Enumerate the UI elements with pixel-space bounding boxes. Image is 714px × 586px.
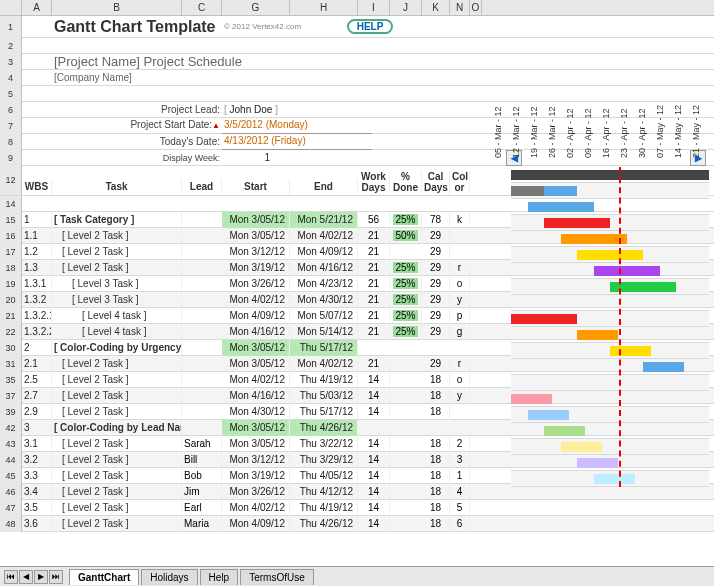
start-cell[interactable]: Mon 3/26/12 xyxy=(222,484,290,500)
wbs-cell[interactable]: 3.2 xyxy=(22,452,52,468)
wbs-cell[interactable]: 2.9 xyxy=(22,404,52,420)
task-name-cell[interactable]: [ Level 2 Task ] xyxy=(52,500,182,516)
col-H[interactable]: H xyxy=(290,0,358,15)
wbs-cell[interactable]: 3.4 xyxy=(22,484,52,500)
end-cell[interactable]: Thu 5/17/12 xyxy=(290,404,358,420)
workdays-cell[interactable]: 14 xyxy=(358,436,390,452)
end-cell[interactable]: Thu 5/17/12 xyxy=(290,340,358,356)
color-cell[interactable]: 5 xyxy=(450,500,470,516)
color-cell[interactable]: r xyxy=(450,260,470,276)
start-cell[interactable]: Mon 3/12/12 xyxy=(222,452,290,468)
task-name-cell[interactable]: [ Level 2 Task ] xyxy=(52,228,182,244)
caldays-cell[interactable]: 18 xyxy=(422,484,450,500)
col-N[interactable]: N xyxy=(450,0,470,15)
pctdone-cell[interactable]: 25% xyxy=(390,276,422,292)
caldays-cell[interactable]: 29 xyxy=(422,308,450,324)
task-name-cell[interactable]: [ Level 2 Task ] xyxy=(52,436,182,452)
task-name-cell[interactable]: [ Level 4 task ] xyxy=(52,308,182,324)
start-cell[interactable]: Mon 3/05/12 xyxy=(222,436,290,452)
task-name-cell[interactable]: [ Level 2 Task ] xyxy=(52,372,182,388)
workdays-cell[interactable]: 14 xyxy=(358,468,390,484)
sheet-nav-next[interactable]: ▶ xyxy=(34,570,48,584)
end-cell[interactable]: Mon 4/16/12 xyxy=(290,260,358,276)
end-cell[interactable]: Thu 4/19/12 xyxy=(290,500,358,516)
workdays-cell[interactable]: 21 xyxy=(358,228,390,244)
wbs-cell[interactable]: 3.1 xyxy=(22,436,52,452)
end-cell[interactable]: Thu 3/29/12 xyxy=(290,452,358,468)
pctdone-cell[interactable]: 25% xyxy=(390,260,422,276)
task-name-cell[interactable]: [ Level 2 Task ] xyxy=(52,484,182,500)
wbs-cell[interactable]: 2 xyxy=(22,340,52,356)
wbs-cell[interactable]: 3.5 xyxy=(22,500,52,516)
task-name-cell[interactable]: [ Level 2 Task ] xyxy=(52,244,182,260)
workdays-cell[interactable]: 14 xyxy=(358,452,390,468)
start-cell[interactable]: Mon 4/02/12 xyxy=(222,500,290,516)
start-cell[interactable]: Mon 3/05/12 xyxy=(222,420,290,436)
task-name-cell[interactable]: [ Level 2 Task ] xyxy=(52,356,182,372)
pctdone-cell[interactable]: 25% xyxy=(390,292,422,308)
end-cell[interactable]: Thu 4/26/12 xyxy=(290,516,358,532)
task-name-cell[interactable]: [ Color-Coding by Lead Name ] xyxy=(52,420,182,436)
lead-cell[interactable]: Bob xyxy=(182,468,222,484)
wbs-cell[interactable]: 2.7 xyxy=(22,388,52,404)
caldays-cell[interactable]: 18 xyxy=(422,388,450,404)
wbs-cell[interactable]: 1.3.2.1 xyxy=(22,308,52,324)
caldays-cell[interactable]: 18 xyxy=(422,468,450,484)
caldays-cell[interactable]: 18 xyxy=(422,404,450,420)
col-J[interactable]: J xyxy=(390,0,422,15)
task-name-cell[interactable]: [ Level 2 Task ] xyxy=(52,388,182,404)
sheet-tab-ganttchart[interactable]: GanttChart xyxy=(69,569,139,585)
wbs-cell[interactable]: 2.1 xyxy=(22,356,52,372)
col-B[interactable]: B xyxy=(52,0,182,15)
col-K[interactable]: K xyxy=(422,0,450,15)
workdays-cell[interactable]: 21 xyxy=(358,244,390,260)
lead-value[interactable]: [ John Doe ] xyxy=(222,102,372,118)
wbs-cell[interactable]: 3 xyxy=(22,420,52,436)
task-name-cell[interactable]: [ Level 2 Task ] xyxy=(52,260,182,276)
caldays-cell[interactable]: 18 xyxy=(422,436,450,452)
color-cell[interactable]: 1 xyxy=(450,468,470,484)
wbs-cell[interactable]: 1.2 xyxy=(22,244,52,260)
workdays-cell[interactable]: 21 xyxy=(358,308,390,324)
caldays-cell[interactable]: 29 xyxy=(422,244,450,260)
wbs-cell[interactable]: 1.3.2 xyxy=(22,292,52,308)
workdays-cell[interactable]: 21 xyxy=(358,276,390,292)
task-name-cell[interactable]: [ Level 2 Task ] xyxy=(52,404,182,420)
caldays-cell[interactable]: 29 xyxy=(422,228,450,244)
end-cell[interactable]: Mon 4/02/12 xyxy=(290,356,358,372)
end-cell[interactable]: Mon 5/07/12 xyxy=(290,308,358,324)
caldays-cell[interactable]: 18 xyxy=(422,372,450,388)
start-date-value[interactable]: 3/5/2012 (Monday) xyxy=(222,117,372,134)
pctdone-cell[interactable]: 25% xyxy=(390,308,422,324)
end-cell[interactable]: Mon 5/21/12 xyxy=(290,212,358,228)
color-cell[interactable]: r xyxy=(450,356,470,372)
color-cell[interactable]: g xyxy=(450,324,470,340)
end-cell[interactable]: Thu 4/12/12 xyxy=(290,484,358,500)
task-name-cell[interactable]: [ Level 4 task ] xyxy=(52,324,182,340)
sheet-tab-help[interactable]: Help xyxy=(200,569,239,585)
end-cell[interactable]: Thu 4/05/12 xyxy=(290,468,358,484)
start-cell[interactable]: Mon 3/05/12 xyxy=(222,212,290,228)
col-C[interactable]: C xyxy=(182,0,222,15)
color-cell[interactable]: 2 xyxy=(450,436,470,452)
col-O[interactable]: O xyxy=(470,0,482,15)
color-cell[interactable]: 3 xyxy=(450,452,470,468)
caldays-cell[interactable]: 18 xyxy=(422,516,450,532)
end-cell[interactable]: Thu 4/26/12 xyxy=(290,420,358,436)
workdays-cell[interactable]: 21 xyxy=(358,260,390,276)
workdays-cell[interactable]: 14 xyxy=(358,500,390,516)
task-name-cell[interactable]: [ Level 2 Task ] xyxy=(52,452,182,468)
task-name-cell[interactable]: [ Level 3 Task ] xyxy=(52,292,182,308)
start-cell[interactable]: Mon 4/02/12 xyxy=(222,372,290,388)
end-cell[interactable]: Mon 5/14/12 xyxy=(290,324,358,340)
start-cell[interactable]: Mon 3/05/12 xyxy=(222,340,290,356)
color-cell[interactable]: o xyxy=(450,372,470,388)
workdays-cell[interactable]: 14 xyxy=(358,404,390,420)
workdays-cell[interactable]: 14 xyxy=(358,484,390,500)
task-name-cell[interactable]: [ Color-Coding by Urgency ] xyxy=(52,340,182,356)
col-A[interactable]: A xyxy=(22,0,52,15)
end-cell[interactable]: Mon 4/23/12 xyxy=(290,276,358,292)
pctdone-cell[interactable]: 50% xyxy=(390,228,422,244)
color-cell[interactable]: 4 xyxy=(450,484,470,500)
color-cell[interactable]: p xyxy=(450,308,470,324)
